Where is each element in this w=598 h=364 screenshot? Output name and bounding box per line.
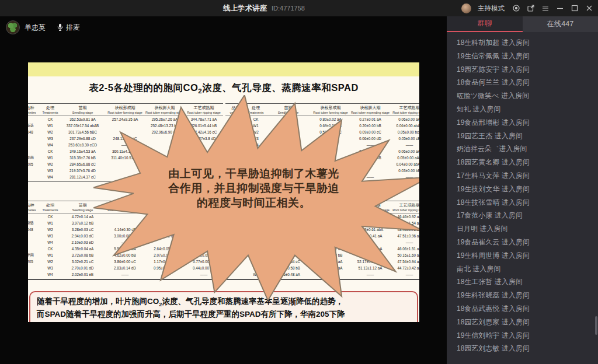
host-avatar[interactable] [461,4,471,13]
table-cell: CK [40,149,60,153]
record-icon[interactable] [512,4,520,12]
table-cell: 华南 [28,155,40,160]
chat-message: 19生信常佩佩 进入房间 [457,52,593,60]
tab-online-count[interactable]: 在线447 [523,16,598,32]
table-cell: W4 [40,240,60,244]
table-cell: CK [40,215,60,219]
presenter-avatar [6,20,20,34]
slide-top-band [28,62,419,76]
close-button[interactable] [585,4,593,12]
table-cell: 048 [28,130,40,134]
chat-message: 咗脸ツ微笑べ 进入房间 [457,92,593,100]
table-cell: W2 [40,162,60,166]
meeting-id: ID:4771758 [272,5,305,12]
minimize-button[interactable] [556,4,564,12]
window-title: 线上学术讲座 [223,4,267,13]
table-cell: CK [40,117,60,121]
maximize-button[interactable] [571,4,579,12]
table-cell: 华南 [28,253,40,258]
chat-message: 18食品何兰兰 进入房间 [457,79,593,86]
chat-message: 17食范小康 进入房间 [457,212,593,219]
menu-icon[interactable] [541,4,550,12]
chat-message: 17生科马文萍 进入房间 [457,172,593,180]
mic-queue-label: 排麦 [66,23,80,33]
column-header: 品种varieties [28,202,40,212]
table-cell: 205 [28,260,40,264]
chat-message: 南北 进入房间 [457,265,593,273]
tab-group-chat[interactable]: 群聊 [447,16,523,32]
titlebar: 线上学术讲座 ID:4771758 主持模式 [0,0,598,16]
table-cell: W2 [40,228,60,232]
chat-message: 19园艺王杰 进入房间 [457,132,593,140]
scrollbar-thumb[interactable] [595,316,597,335]
chat-sidebar: 群聊 在线447 18生科胡加超 进入房间19生信常佩佩 进入房间19园艺陈安宇… [447,16,598,364]
video-stage: 单忠英 排麦 表2-5各处理的的胞间CO2浓度、气孔导度、蒸腾速率和SPAD 品… [0,16,447,364]
table-cell: CK [40,247,60,251]
presenter-name: 单忠英 [25,23,46,33]
column-header: 处理Treatments [40,105,60,114]
table-cell: W1 [40,124,60,128]
chat-message: 18园艺黄名卿 进入房间 [457,159,593,166]
chat-message: 18生技张雪晴 进入房间 [457,199,593,206]
chat-message: 19生信刘晗宇 进入房间 [457,332,593,340]
table-cell: 新选 [28,123,40,128]
chat-message: 日月明 进入房间 [457,225,593,233]
table-cell: W1 [40,156,60,160]
chat-message: 19生技刘文华 进入房间 [457,186,593,193]
table-cell: W2 [40,260,60,264]
table-cell: W4 [40,143,60,147]
chat-message: 知礼 进入房间 [457,106,593,113]
chat-message: 18食品武惠悦 进入房间 [457,305,593,313]
table-cell: W3 [40,169,60,173]
table-cell: W1 [40,253,60,257]
chat-message: 19生科张晓磊 进入房间 [457,292,593,299]
slide-title: 表2-5各处理的的胞间CO2浓度、气孔导度、蒸腾速率和SPAD [28,82,419,94]
table-cell: W2 [40,130,60,134]
table-cell: W4 [40,175,60,179]
chat-message-list[interactable]: 18生科胡加超 进入房间19生信常佩佩 进入房间19园艺陈安宇 进入房间18食品… [447,32,598,364]
table-cell: W4 [40,272,60,276]
chat-message: 19园艺陈安宇 进入房间 [457,66,593,74]
chat-message: 19食品邢增彬 进入房间 [457,119,593,127]
starburst-text: 由上可见，干旱胁迫抑制了木薯光 合作用，并且抑制强度与干旱胁迫 的程度与时间正相… [153,166,354,210]
presentation-slide: 表2-5各处理的的胞间CO2浓度、气孔导度、蒸腾速率和SPAD 品种variet… [28,62,419,322]
table-cell: 新选 [28,220,40,226]
mic-queue-button[interactable]: 排麦 [57,23,80,33]
chat-message: 奶油拌云朵゛进入房间 [457,145,593,153]
table-cell: W3 [40,234,60,238]
microphone-icon [57,23,63,32]
presenter-overlay: 单忠英 排麦 [6,20,80,34]
chat-message: 19生科周世博 进入房间 [457,252,593,260]
sidebar-tabs: 群聊 在线447 [447,16,598,32]
table-cell: W3 [40,266,60,270]
host-mode-label: 主持模式 [478,4,505,13]
chat-message: 18生工张哲 进入房间 [457,278,593,286]
chat-message: 19食品崔久云 进入房间 [457,239,593,246]
table-cell: 205 [28,162,40,166]
column-header: 处理Treatments [40,202,60,212]
column-header: 品种varieties [28,105,40,114]
chat-message: 18园艺刘志敏 进入房间 [457,345,593,352]
chat-message: 18生科胡加超 进入房间 [457,39,593,47]
table-cell: W3 [40,136,60,141]
popout-icon[interactable] [527,4,535,12]
table-cell: 048 [28,228,40,232]
chat-message: 18园艺刘思家 进入房间 [457,318,593,326]
starburst-callout: 由上可见，干旱胁迫抑制了木薯光 合作用，并且抑制强度与干旱胁迫 的程度与时间正相… [93,95,419,300]
table-cell: W1 [40,221,60,225]
